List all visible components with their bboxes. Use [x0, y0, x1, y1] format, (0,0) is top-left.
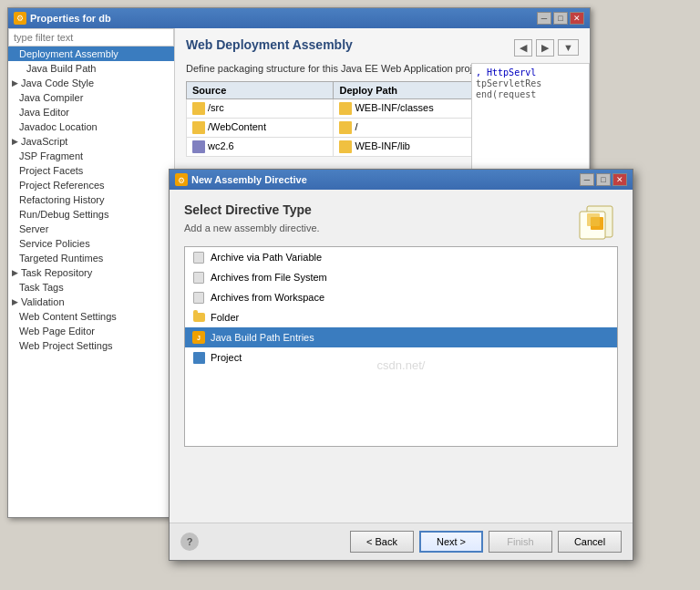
item-label: Web Content Settings — [19, 311, 117, 322]
sidebar-item-targeted-runtimes[interactable]: Targeted Runtimes — [8, 251, 174, 265]
minimize-button[interactable]: ─ — [537, 12, 551, 25]
table-wrapper: Source Deploy Path /src WEB-INF/classes — [186, 81, 516, 164]
sidebar-item-java-build-path[interactable]: Java Build Path — [8, 61, 174, 76]
sidebar-item-task-repository[interactable]: ▶ Task Repository — [8, 265, 174, 280]
item-label: Javadoc Location — [19, 121, 98, 132]
folder-icon — [339, 102, 352, 115]
close-button[interactable]: ✕ — [570, 12, 584, 25]
folder-icon — [339, 140, 352, 153]
properties-title-icon: ⚙ — [14, 12, 26, 25]
cell-source: wc2.6 — [187, 138, 334, 157]
sidebar-item-javadoc[interactable]: Javadoc Location — [8, 119, 174, 134]
directive-label: Java Build Path Entries — [211, 332, 314, 343]
directive-label: Project — [211, 352, 242, 363]
cancel-button[interactable]: Cancel — [558, 531, 622, 553]
sidebar-item-refactoring-history[interactable]: Refactoring History — [8, 192, 174, 207]
nav-dropdown-button[interactable]: ▼ — [558, 39, 579, 56]
directive-item-folder[interactable]: Folder — [185, 307, 617, 327]
cell-source: /WebContent — [187, 119, 334, 138]
sidebar-item-service-policies[interactable]: Service Policies — [8, 236, 174, 251]
item-label: JSP Fragment — [19, 150, 83, 161]
arrow-icon: ▶ — [12, 137, 18, 146]
project-file-icon — [193, 352, 205, 364]
item-label: Validation — [21, 296, 65, 307]
sidebar-item-java-compiler[interactable]: Java Compiler — [8, 90, 174, 105]
dialog-controls: ─ □ ✕ — [580, 173, 627, 186]
maximize-button[interactable]: □ — [553, 12, 568, 25]
directive-label: Archive via Path Variable — [211, 252, 322, 263]
next-button[interactable]: Next > — [419, 531, 483, 553]
project-icon — [192, 351, 205, 364]
sidebar-item-web-page-editor[interactable]: Web Page Editor — [8, 324, 174, 338]
help-button[interactable]: ? — [180, 533, 199, 551]
dialog-content: Select Directive Type Add a new assembly… — [170, 190, 633, 523]
directive-item-archive-workspace[interactable]: Archives from Workspace — [185, 287, 617, 307]
item-label: Refactoring History — [19, 194, 105, 205]
item-label: Server — [19, 223, 48, 234]
sidebar-list: Deployment Assembly Java Build Path ▶ Ja… — [8, 47, 174, 353]
folder-icon — [192, 121, 205, 134]
folder-icon — [192, 102, 205, 115]
item-label: Task Tags — [19, 282, 64, 293]
directive-item-java-build[interactable]: J Java Build Path Entries — [185, 327, 617, 347]
item-label: Java Compiler — [19, 92, 83, 103]
code-line: end(request — [476, 89, 585, 99]
sidebar-item-javascript[interactable]: ▶ JavaScript — [8, 134, 174, 149]
sidebar-item-validation[interactable]: ▶ Validation — [8, 295, 174, 309]
archive-icon — [192, 251, 205, 264]
dialog-close-button[interactable]: ✕ — [612, 173, 627, 186]
table-row[interactable]: /src WEB-INF/classes — [187, 99, 516, 119]
sidebar-item-task-tags[interactable]: Task Tags — [8, 280, 174, 295]
arrow-icon: ▶ — [12, 78, 18, 88]
item-label: Targeted Runtimes — [19, 253, 103, 264]
sidebar-item-project-references[interactable]: Project References — [8, 178, 174, 192]
finish-button[interactable]: Finish — [489, 531, 552, 553]
code-line: , HttpServl — [476, 67, 585, 78]
dialog-titlebar: ⚙ New Assembly Directive ─ □ ✕ — [170, 170, 633, 190]
main-title: Web Deployment Assembly — [186, 37, 353, 52]
cell-source: /src — [187, 99, 334, 119]
archive-file-icon — [193, 272, 204, 284]
new-assembly-dialog: ⚙ New Assembly Directive ─ □ ✕ Select Di… — [169, 169, 633, 561]
folder-icon — [192, 311, 205, 324]
sidebar-item-jsp-fragment[interactable]: JSP Fragment — [8, 149, 174, 163]
directive-item-archive-filesystem[interactable]: Archives from File System — [185, 267, 617, 287]
properties-titlebar: ⚙ Properties for db ─ □ ✕ — [8, 8, 590, 28]
directive-list: Archive via Path Variable Archives from … — [184, 246, 618, 447]
dialog-maximize-button[interactable]: □ — [596, 173, 611, 186]
dialog-titlebar-left: ⚙ New Assembly Directive — [175, 173, 307, 186]
sidebar-item-web-content-settings[interactable]: Web Content Settings — [8, 309, 174, 324]
properties-title: Properties for db — [30, 13, 111, 24]
java-build-icon: J — [192, 331, 205, 344]
sidebar-item-run-debug[interactable]: Run/Debug Settings — [8, 207, 174, 222]
table-row[interactable]: /WebContent / — [187, 119, 516, 138]
directive-label: Archives from Workspace — [211, 292, 324, 303]
properties-sidebar: Deployment Assembly Java Build Path ▶ Ja… — [8, 28, 175, 517]
nav-forward-button[interactable]: ▶ — [536, 39, 554, 57]
sidebar-item-java-editor[interactable]: Java Editor — [8, 105, 174, 119]
titlebar-left: ⚙ Properties for db — [14, 12, 111, 25]
filter-input[interactable] — [8, 28, 174, 47]
dialog-footer: ? < Back Next > Finish Cancel — [170, 523, 633, 560]
item-label: Java Editor — [19, 107, 69, 118]
dialog-minimize-button[interactable]: ─ — [580, 173, 594, 186]
dialog-desc: Add a new assembly directive. — [184, 223, 320, 233]
footer-buttons: < Back Next > Finish Cancel — [350, 531, 622, 553]
sidebar-item-deployment-assembly[interactable]: Deployment Assembly — [8, 47, 174, 61]
back-button[interactable]: < Back — [350, 531, 414, 553]
sidebar-item-java-code-style[interactable]: ▶ Java Code Style — [8, 76, 174, 90]
directive-item-project[interactable]: Project — [185, 347, 617, 367]
dialog-header: Select Directive Type Add a new assembly… — [184, 202, 320, 246]
folder-file-icon — [193, 313, 205, 322]
directive-item-archive-path[interactable]: Archive via Path Variable — [185, 247, 617, 267]
archive-icon — [192, 271, 205, 284]
dialog-section-title: Select Directive Type — [184, 202, 320, 217]
arrow-icon: ▶ — [12, 297, 18, 306]
sidebar-item-project-facets[interactable]: Project Facets — [8, 163, 174, 178]
sidebar-item-server[interactable]: Server — [8, 222, 174, 236]
item-label: Java Code Style — [21, 78, 94, 88]
code-line: tpServletRes — [476, 78, 585, 88]
table-row[interactable]: wc2.6 WEB-INF/lib — [187, 138, 516, 157]
nav-back-button[interactable]: ◀ — [514, 39, 532, 57]
sidebar-item-web-project-settings[interactable]: Web Project Settings — [8, 338, 174, 353]
